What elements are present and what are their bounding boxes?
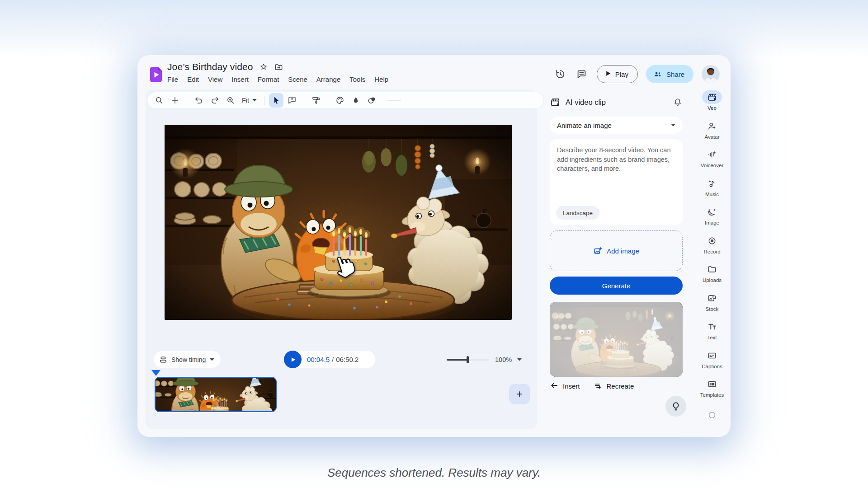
toolbar-divider (264, 96, 264, 105)
search-icon[interactable] (152, 93, 166, 108)
voiceover-waveform-icon (702, 148, 722, 161)
panel-title: AI video clip (566, 98, 606, 107)
rail-item-image[interactable]: Image (694, 205, 730, 234)
show-timing-dropdown[interactable]: Show timing (154, 351, 221, 368)
chevron-down-icon (210, 358, 214, 361)
toolbar-overflow-dash (387, 100, 401, 101)
zoom-in-icon[interactable] (223, 93, 238, 108)
document-title[interactable]: Joe’s Birthday video (167, 61, 253, 72)
generated-preview[interactable] (550, 302, 683, 377)
menu-file[interactable]: File (167, 75, 178, 83)
menubar: File Edit View Insert Format Scene Arran… (167, 75, 388, 83)
veo-clapper-sparkle-icon (702, 90, 722, 104)
people-icon (653, 70, 662, 79)
add-image-button[interactable]: Add image (590, 246, 642, 256)
rail-item-avatar[interactable]: Avatar (694, 119, 730, 148)
share-button[interactable]: Share (646, 65, 693, 83)
menu-insert[interactable]: Insert (231, 75, 249, 83)
clip-thumbnail (156, 378, 276, 411)
menu-format[interactable]: Format (258, 75, 279, 83)
aspect-ratio-chip[interactable]: Landscape (556, 206, 599, 220)
redo-icon[interactable] (208, 93, 222, 108)
rail-item-partial-icon (707, 408, 717, 420)
rail-item-text[interactable]: Text (694, 320, 730, 349)
undo-icon[interactable] (192, 93, 206, 108)
menu-help[interactable]: Help (374, 75, 388, 83)
music-note-sparkle-icon (702, 177, 722, 190)
zoom-level: 100% (495, 356, 512, 363)
toolbar: Fit (147, 92, 543, 108)
rail-item-templates[interactable]: Templates (694, 377, 730, 406)
page: Joe’s Birthday video File Edit View Inse… (0, 0, 868, 488)
move-to-folder-icon[interactable] (274, 62, 283, 72)
mode-dropdown[interactable]: Animate an image (550, 117, 683, 134)
image-add-icon (593, 246, 603, 256)
current-time: 00:04.5 (307, 356, 330, 363)
zoom-slider-track (470, 359, 489, 361)
uploads-folder-icon (702, 263, 722, 276)
tips-lightbulb-button[interactable] (665, 396, 686, 417)
generate-button[interactable]: Generate (550, 277, 683, 295)
play-button[interactable]: Play (597, 65, 638, 83)
time-separator: / (332, 356, 334, 363)
blend-opacity-icon[interactable] (364, 93, 379, 108)
ink-drop-icon[interactable] (349, 93, 363, 108)
toolbar-divider (328, 96, 328, 105)
theme-colors-icon[interactable] (333, 93, 347, 108)
zoom-fit-dropdown[interactable]: Fit (239, 97, 259, 104)
add-icon[interactable] (168, 93, 182, 108)
captions-icon (702, 349, 722, 362)
header-actions: Play Share (553, 65, 720, 83)
toolbar-divider (304, 96, 304, 105)
video-canvas[interactable] (165, 125, 512, 320)
prompt-placeholder: Describe your 8-second video. You can ad… (550, 139, 683, 174)
version-history-button[interactable] (553, 67, 567, 81)
rail-item-captions[interactable]: Captions (694, 349, 730, 378)
play-triangle-icon (290, 357, 296, 363)
add-scene-button[interactable]: + (509, 384, 530, 404)
account-avatar[interactable] (702, 65, 720, 83)
avatar-sparkle-icon (702, 119, 722, 133)
menu-view[interactable]: View (208, 75, 222, 83)
add-image-dropzone[interactable]: Add image (550, 230, 683, 271)
templates-icon (702, 377, 722, 391)
timeline-clip[interactable] (155, 377, 277, 412)
image-banana-sparkle-icon (702, 205, 722, 219)
insert-button[interactable]: Insert (550, 381, 580, 390)
zoom-slider-handle[interactable] (467, 356, 469, 363)
add-comment-icon[interactable] (285, 93, 299, 108)
stock-image-search-icon (702, 291, 722, 305)
playhead-marker[interactable] (151, 370, 160, 376)
comments-button[interactable] (575, 67, 589, 81)
zoom-slider[interactable] (447, 351, 489, 368)
rail-item-music[interactable]: Music (694, 177, 730, 206)
menu-edit[interactable]: Edit (187, 75, 199, 83)
total-time: 06:50.2 (336, 356, 359, 363)
prompt-input[interactable]: Describe your 8-second video. You can ad… (550, 139, 683, 225)
timing-list-icon (159, 356, 167, 364)
time-display: 00:04.5/06:50.2 (307, 356, 359, 363)
menu-arrange[interactable]: Arrange (316, 75, 340, 83)
rail-item-record[interactable]: Record (694, 234, 730, 263)
recreate-arrow-icon (594, 381, 603, 390)
rail-item-uploads[interactable]: Uploads (694, 263, 730, 291)
star-icon[interactable] (259, 62, 268, 71)
hand-cursor-icon (333, 250, 357, 279)
preview-actions: Insert Recreate (550, 381, 634, 390)
rail-item-voiceover[interactable]: Voiceover (694, 148, 730, 177)
play-triangle-icon (604, 70, 611, 78)
text-icon (702, 320, 722, 333)
chevron-down-icon[interactable] (517, 358, 522, 361)
menu-tools[interactable]: Tools (349, 75, 365, 83)
record-icon (702, 234, 722, 248)
notification-bell-icon[interactable] (673, 97, 683, 107)
select-tool-icon[interactable] (269, 93, 283, 108)
menu-scene[interactable]: Scene (288, 75, 307, 83)
rail-item-stock[interactable]: Stock (694, 291, 730, 320)
recreate-button[interactable]: Recreate (594, 381, 634, 390)
rail-item-veo[interactable]: Veo (694, 90, 730, 119)
format-paint-icon[interactable] (309, 93, 323, 108)
timeline-play-button[interactable] (284, 351, 302, 368)
zoom-slider-track-filled (447, 359, 467, 361)
footer-caption: Sequences shortened. Results may vary. (0, 466, 868, 480)
